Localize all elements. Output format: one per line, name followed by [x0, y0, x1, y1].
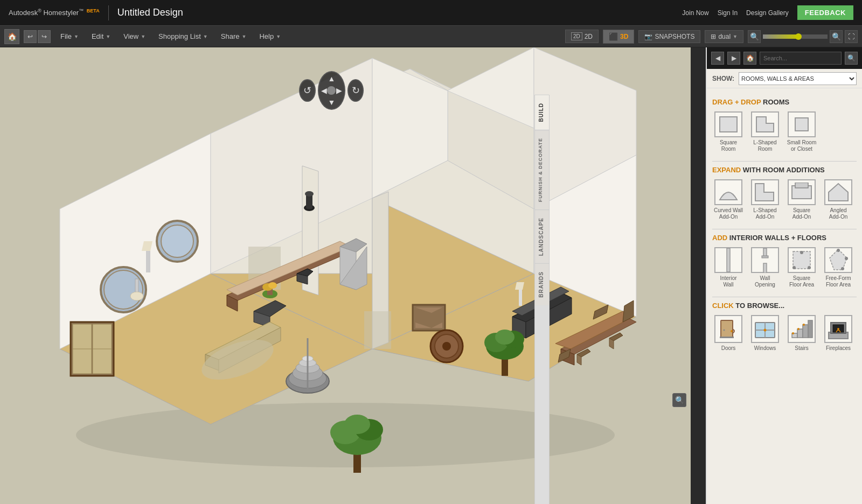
zoom-out-button[interactable]: 🔍: [748, 30, 761, 43]
svg-point-123: [797, 328, 800, 330]
sidebar-home-button[interactable]: 🏠: [743, 52, 756, 65]
dual-button[interactable]: ⊞ dual ▼: [705, 30, 743, 43]
square-addon-shape: [788, 179, 816, 205]
undo-button[interactable]: ↩: [24, 30, 37, 43]
interior-section-header: ADD INTERIOR WALLS + FLOORS: [712, 234, 857, 242]
fullscreen-button[interactable]: ⛶: [845, 30, 858, 43]
share-menu-arrow: ▼: [241, 34, 246, 39]
small-room-item[interactable]: Small Roomor Closet: [785, 111, 818, 152]
interior-wall-label: InteriorWall: [720, 275, 736, 288]
svg-point-111: [731, 330, 733, 332]
svg-marker-92: [756, 117, 774, 132]
interior-wall-item[interactable]: InteriorWall: [712, 247, 745, 288]
stairs-browse-item[interactable]: Stairs: [785, 315, 818, 351]
interior-highlight: ADD: [712, 234, 727, 242]
wall-opening-shape: [751, 247, 779, 273]
svg-point-79: [442, 342, 451, 351]
undo-redo-controls: ↩ ↪: [24, 30, 51, 43]
file-menu[interactable]: File ▼: [55, 26, 84, 47]
expand-suffix: WITH ROOM ADDITIONS: [743, 166, 825, 174]
doors-browse-item[interactable]: Doors: [712, 315, 745, 351]
l-shaped-addon-shape: [751, 179, 779, 205]
share-menu[interactable]: Share ▼: [215, 26, 252, 47]
fireplaces-browse-item[interactable]: Fireplaces: [822, 315, 854, 351]
build-tab[interactable]: BUILD: [535, 95, 549, 130]
show-dropdown[interactable]: ROOMS, WALLS & AREAS ALL ROOMS ONLY: [739, 72, 857, 85]
windows-browse-shape: [751, 315, 779, 343]
windows-icon: [753, 317, 777, 341]
navigation-controls: ↺ ▲ ▼ ◀ ▶ ↻: [299, 58, 364, 123]
svg-point-105: [800, 251, 803, 254]
square-addon-icon: [791, 183, 812, 202]
join-now-link[interactable]: Join Now: [682, 9, 708, 17]
svg-rect-91: [720, 117, 737, 132]
sign-in-link[interactable]: Sign In: [718, 9, 738, 17]
expand-section-header: EXPAND WITH ROOM ADDITIONS: [712, 166, 857, 174]
feedback-button[interactable]: FEEDBACK: [797, 5, 853, 20]
wall-opening-item[interactable]: WallOpening: [749, 247, 781, 288]
svg-point-86: [130, 292, 143, 300]
file-menu-arrow: ▼: [74, 34, 79, 39]
square-floor-item[interactable]: SquareFloor Area: [785, 247, 818, 288]
sidebar-content: DRAG + DROP ROOMS SquareRoom: [707, 88, 862, 504]
logo-text: Autodesk® Homestyler™ BETA: [9, 8, 100, 17]
windows-browse-item[interactable]: Windows: [749, 315, 781, 351]
svg-rect-119: [797, 329, 803, 338]
top-bar: Autodesk® Homestyler™ BETA Untitled Desi…: [0, 0, 862, 26]
square-addon-item[interactable]: SquareAdd-On: [785, 179, 818, 220]
view-controls: 2D 2D ⬛ 3D 📷 SNAPSHOTS ⊞ dual ▼ 🔍 🔍 ⛶: [565, 30, 858, 44]
sidebar-back-button[interactable]: ◀: [711, 52, 724, 65]
snapshots-button[interactable]: 📷 SNAPSHOTS: [638, 30, 700, 43]
pan-down-icon: ▼: [328, 98, 335, 107]
3d-button[interactable]: ⬛ 3D: [603, 30, 634, 44]
svg-rect-48: [519, 290, 522, 306]
pan-up-icon: ▲: [328, 74, 335, 83]
angled-addon-item[interactable]: AngledAdd-On: [822, 179, 854, 220]
sidebar-search-input[interactable]: [760, 52, 842, 65]
l-shaped-room-item[interactable]: L-ShapedRoom: [749, 111, 781, 152]
freeform-floor-label: Free-FormFloor Area: [825, 275, 851, 288]
svg-rect-121: [808, 320, 812, 338]
square-addon-label: SquareAdd-On: [793, 207, 811, 220]
drag-drop-highlight: DRAG + DROP: [712, 98, 761, 106]
angled-addon-shape: [824, 179, 852, 205]
sidebar-forward-button[interactable]: ▶: [727, 52, 740, 65]
svg-marker-94: [755, 184, 774, 201]
canvas-area[interactable]: ↺ ▲ ▼ ◀ ▶ ↻ 🔍: [0, 47, 691, 504]
canvas-magnifier[interactable]: 🔍: [672, 393, 686, 407]
home-button[interactable]: 🏠: [4, 29, 19, 44]
stairs-browse-shape: [788, 315, 816, 343]
divider-1: [712, 161, 857, 162]
2d-button[interactable]: 2D 2D: [565, 30, 599, 43]
drag-drop-rooms-grid: SquareRoom L-ShapedRoom: [712, 111, 857, 152]
windows-browse-label: Windows: [754, 345, 776, 351]
svg-rect-93: [795, 118, 808, 131]
edit-menu[interactable]: Edit ▼: [86, 26, 116, 47]
right-sidebar: ◀ ▶ 🏠 🔍 SHOW: ROOMS, WALLS & AREAS ALL R…: [706, 47, 862, 504]
doors-browse-label: Doors: [721, 345, 736, 351]
rotate-right-button[interactable]: ↻: [347, 79, 364, 102]
zoom-slider[interactable]: [763, 34, 828, 39]
angled-addon-label: AngledAdd-On: [829, 207, 847, 220]
square-room-item[interactable]: SquareRoom: [712, 111, 745, 152]
curved-wall-item[interactable]: Curved WallAdd-On: [712, 179, 745, 220]
design-gallery-link[interactable]: Design Gallery: [746, 9, 789, 17]
svg-point-117: [764, 329, 767, 332]
rotate-left-button[interactable]: ↺: [299, 79, 315, 102]
landscape-tab[interactable]: LANDSCAPE: [535, 209, 549, 263]
brands-tab[interactable]: BRANDS: [535, 263, 549, 305]
freeform-floor-item[interactable]: Free-FormFloor Area: [822, 247, 854, 288]
l-shaped-room-icon: [755, 116, 775, 133]
pan-control[interactable]: ▲ ▼ ◀ ▶: [318, 71, 345, 110]
furnish-decorate-tab[interactable]: FURNISH & DECORATE: [535, 130, 549, 209]
doors-icon: [717, 317, 740, 341]
help-menu[interactable]: Help ▼: [254, 26, 286, 47]
shopping-list-menu[interactable]: Shopping List ▼: [153, 26, 213, 47]
logo-area: Autodesk® Homestyler™ BETA: [9, 8, 100, 17]
angled-addon-icon: [828, 183, 849, 202]
view-menu[interactable]: View ▼: [118, 26, 151, 47]
l-shaped-addon-item[interactable]: L-ShapedAdd-On: [749, 179, 781, 220]
redo-button[interactable]: ↪: [38, 30, 51, 43]
zoom-in-button[interactable]: 🔍: [830, 30, 843, 43]
sidebar-search-button[interactable]: 🔍: [845, 52, 858, 65]
